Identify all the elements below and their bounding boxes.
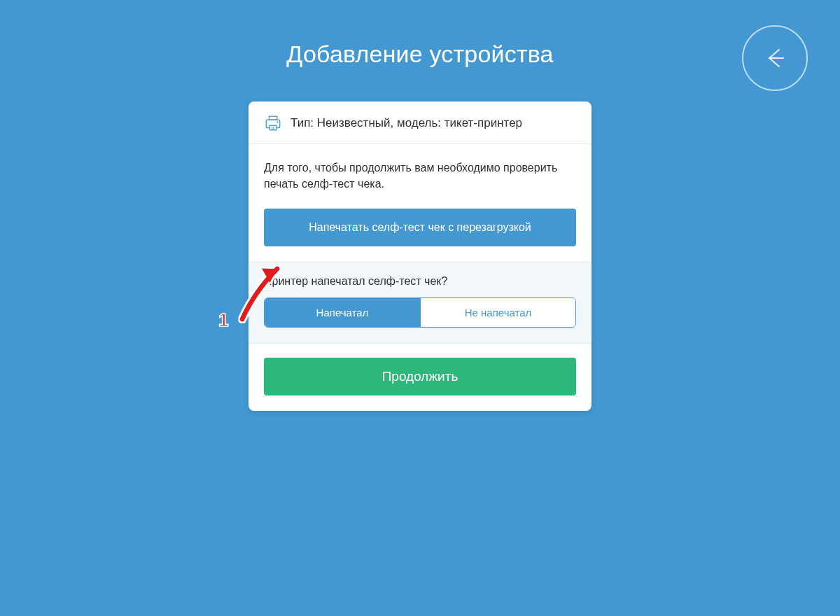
svg-rect-1 [269,116,276,120]
device-card: Тип: Неизвестный, модель: тикет-принтер … [248,102,592,411]
instruction-text: Для того, чтобы продолжить вам необходим… [264,160,576,192]
question-text: Принтер напечатал селф-тест чек? [264,275,576,288]
option-not-printed[interactable]: Не напечатал [420,298,575,327]
continue-button[interactable]: Продолжить [264,358,576,396]
section-check: Для того, чтобы продолжить вам необходим… [248,144,592,262]
page-title: Добавление устройства [0,0,840,68]
section-question: Принтер напечатал селф-тест чек? Напечат… [248,262,592,344]
arrow-left-icon [761,44,789,72]
print-result-segmented: Напечатал Не напечатал [264,298,576,328]
printer-icon [264,114,282,132]
print-selftest-button[interactable]: Напечатать селф-тест чек с перезагрузкой [264,209,576,246]
annotation-step-number: 1 [218,309,228,331]
section-continue: Продолжить [248,344,592,411]
svg-point-3 [276,121,278,122]
device-info-text: Тип: Неизвестный, модель: тикет-принтер [290,115,522,131]
card-header: Тип: Неизвестный, модель: тикет-принтер [248,102,592,144]
option-printed[interactable]: Напечатал [265,298,420,327]
svg-rect-2 [270,125,276,130]
back-button[interactable] [742,25,808,91]
